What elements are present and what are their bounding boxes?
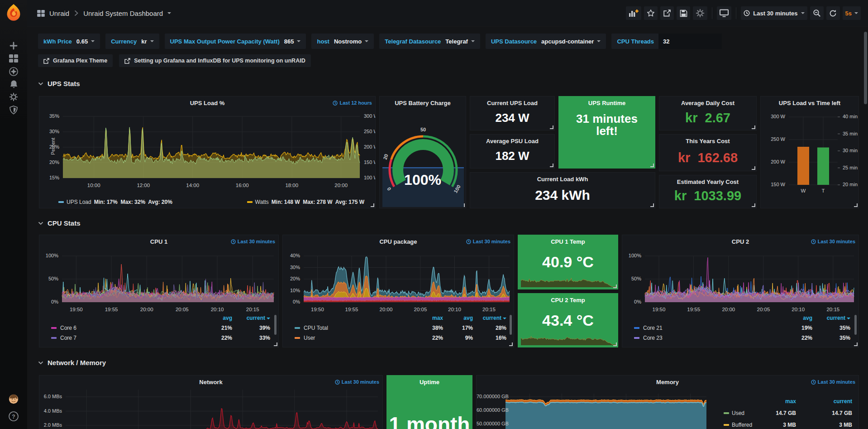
cpu1-xtick: 20:15 bbox=[241, 307, 264, 312]
star-icon[interactable] bbox=[644, 6, 658, 20]
save-icon[interactable] bbox=[677, 6, 690, 20]
cpu1-legend-core-7[interactable]: Core 7 bbox=[60, 335, 76, 341]
variable-value[interactable]: 0.65 bbox=[76, 38, 95, 45]
yearly-panel: Estimated Yearly Costkr 1033.99 bbox=[659, 175, 757, 208]
legend-value: 16% bbox=[475, 335, 506, 341]
mem-title[interactable]: Memory bbox=[489, 379, 846, 386]
cycle-view-icon[interactable] bbox=[717, 6, 731, 20]
cpu_pkg-legend-cpu-total[interactable]: CPU Total bbox=[304, 325, 328, 331]
variable-input[interactable]: 32 bbox=[658, 34, 722, 49]
panel-resize-handle[interactable] bbox=[550, 164, 553, 167]
cpu_pkg-legend-scrollbar[interactable] bbox=[510, 315, 512, 335]
t2-title[interactable]: CPU 2 Temp bbox=[531, 297, 605, 304]
variable-telegraf-datasource[interactable]: Telegraf DatasourceTelegraf bbox=[379, 34, 480, 49]
variable-value[interactable]: Nostromo bbox=[334, 38, 368, 45]
panel-resize-handle[interactable] bbox=[752, 125, 755, 129]
uptime-value: 1 month 1 bbox=[387, 414, 472, 429]
cpu_pkg-legend-col-current[interactable]: current bbox=[475, 315, 506, 321]
cpu_pkg-legend-user[interactable]: User bbox=[304, 335, 315, 341]
panel-resize-handle[interactable] bbox=[650, 164, 654, 167]
dashboard-title[interactable]: Unraid System Dashboard bbox=[83, 10, 163, 17]
share-icon[interactable] bbox=[660, 6, 674, 20]
uptime-title[interactable]: Uptime bbox=[400, 379, 459, 386]
legend-item[interactable]: UPS LoadMin: 17% Max: 32% Avg: 20% bbox=[58, 199, 172, 205]
section-header-ups-stats[interactable]: UPS Stats bbox=[38, 80, 80, 87]
svg-text:?: ? bbox=[12, 414, 15, 420]
dashboard-link[interactable]: Setting up Grafana and InfluxDB for UPS … bbox=[119, 54, 310, 67]
plus-icon[interactable] bbox=[9, 41, 19, 51]
cpu_pkg-xtick: 20:15 bbox=[478, 307, 501, 312]
cpu_pkg-legend-col-avg[interactable]: avg bbox=[441, 315, 473, 321]
settings-icon[interactable] bbox=[693, 6, 707, 20]
variable-host[interactable]: hostNostromo bbox=[311, 34, 374, 49]
time-range-picker[interactable]: Last 30 minutes bbox=[741, 6, 807, 20]
apps-grid-icon[interactable] bbox=[37, 10, 45, 17]
legend-value: 19% bbox=[781, 325, 812, 331]
alerting-icon[interactable] bbox=[9, 79, 19, 89]
configuration-icon[interactable] bbox=[9, 92, 19, 102]
variable-currency[interactable]: Currencykr bbox=[105, 34, 159, 49]
legend-item[interactable]: WattsMin: 148 W Max: 278 W Avg: 175 W bbox=[247, 199, 364, 205]
grafana-logo-icon[interactable] bbox=[5, 4, 22, 22]
page-scrollbar[interactable] bbox=[864, 32, 867, 104]
variable-value[interactable]: Telegraf bbox=[445, 38, 475, 45]
dashboards-icon[interactable] bbox=[9, 53, 19, 63]
panel-resize-handle[interactable] bbox=[650, 203, 654, 207]
mem-legend-col-current[interactable]: current bbox=[816, 398, 852, 405]
panel-resize-handle[interactable] bbox=[550, 125, 553, 129]
variable-value[interactable]: 865 bbox=[284, 38, 301, 45]
variable-kwh-price[interactable]: kWh Price0.65 bbox=[38, 34, 100, 49]
refresh-icon[interactable] bbox=[826, 6, 840, 20]
cpu2-legend-core-21[interactable]: Core 21 bbox=[643, 325, 663, 331]
variable-cpu-threads[interactable]: CPU Threads32 bbox=[611, 34, 722, 49]
daily-title[interactable]: Average Daily Cost bbox=[672, 100, 744, 106]
help-icon[interactable]: ? bbox=[9, 411, 19, 421]
mem-legend-used[interactable]: Used bbox=[732, 410, 744, 416]
ups_load-title[interactable]: UPS Load % bbox=[52, 100, 362, 106]
avg_psu-title[interactable]: Average PSU Load bbox=[483, 138, 542, 145]
cpu_pkg-legend-col-max[interactable]: max bbox=[411, 315, 443, 321]
explore-icon[interactable] bbox=[9, 67, 19, 77]
panel-resize-handle[interactable] bbox=[752, 203, 755, 207]
cpu1-legend-core-6[interactable]: Core 6 bbox=[60, 325, 76, 331]
cur_load-title[interactable]: Current UPS Load bbox=[483, 100, 542, 106]
cpu2-xtick: 19:50 bbox=[648, 307, 670, 312]
chevron-down-icon[interactable] bbox=[167, 12, 171, 14]
cpu2-legend-core-23[interactable]: Core 23 bbox=[643, 335, 663, 341]
variable-ups-datasource[interactable]: UPS Datasourceapcupsd-container bbox=[486, 34, 606, 49]
battery-title[interactable]: UPS Battery Charge bbox=[392, 100, 453, 106]
legend-value: 3 MB bbox=[816, 422, 852, 428]
variable-ups-max-output-power-capacity-watt-[interactable]: UPS Max Output Power Capacity (Watt)865 bbox=[165, 34, 306, 49]
dashboard-link[interactable]: Grafana Plex Theme bbox=[38, 54, 113, 67]
refresh-interval-picker[interactable]: 5s bbox=[843, 6, 861, 20]
cpu1-legend-scrollbar[interactable] bbox=[274, 315, 277, 335]
net-title[interactable]: Network bbox=[52, 379, 370, 386]
cpu2-legend-col-current[interactable]: current bbox=[819, 315, 850, 321]
cur_kwh-title[interactable]: Current Load kWh bbox=[483, 176, 642, 183]
yearly-title[interactable]: Estimated Yearly Cost bbox=[672, 178, 744, 185]
zoom-out-icon[interactable] bbox=[810, 6, 824, 20]
panel-resize-handle[interactable] bbox=[752, 166, 755, 170]
shield-icon[interactable] bbox=[9, 105, 19, 115]
cpu1-legend-col-current[interactable]: current bbox=[238, 315, 270, 321]
cpu1-legend-col-avg[interactable]: avg bbox=[200, 315, 232, 321]
bar-ytick-right: 20 min bbox=[843, 182, 858, 187]
cpu2-legend-scrollbar[interactable] bbox=[854, 315, 857, 335]
add-panel-icon[interactable] bbox=[626, 6, 641, 20]
section-header-network-memory[interactable]: Network / Memory bbox=[38, 359, 106, 366]
variable-value[interactable]: apcupsd-container bbox=[541, 38, 601, 45]
variable-label: Telegraf Datasource bbox=[385, 38, 441, 45]
years-title[interactable]: This Years Cost bbox=[672, 138, 744, 145]
cpu2-legend-col-avg[interactable]: avg bbox=[781, 315, 812, 321]
cpu1-xtick: 20:10 bbox=[206, 307, 229, 312]
t1-title[interactable]: CPU 1 Temp bbox=[531, 238, 605, 245]
ups_bar-title[interactable]: UPS Load vs Time left bbox=[773, 100, 846, 106]
section-header-cpu-stats[interactable]: CPU Stats bbox=[38, 219, 81, 227]
variable-value[interactable]: kr bbox=[141, 38, 153, 45]
runtime-title[interactable]: UPS Runtime bbox=[572, 100, 642, 106]
mem-legend-col-max[interactable]: max bbox=[760, 398, 796, 405]
breadcrumb-root[interactable]: Unraid bbox=[49, 10, 69, 17]
daily-value: kr 2.67 bbox=[659, 111, 756, 125]
user-avatar[interactable] bbox=[9, 394, 19, 404]
mem-legend-buffered[interactable]: Buffered bbox=[732, 422, 752, 428]
